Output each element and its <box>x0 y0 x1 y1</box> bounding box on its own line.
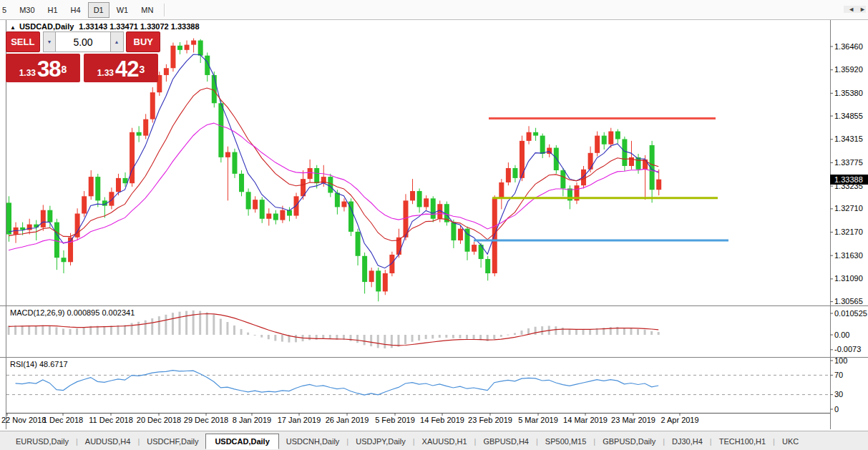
date-axis-label: 8 Jan 2019 <box>233 416 271 424</box>
ask-price-panel[interactable]: 1.33423 <box>84 54 158 82</box>
bid-price-big: 38 <box>37 58 60 80</box>
price-axis-label: 1.30565 <box>834 297 863 305</box>
price-axis-label: 1.32710 <box>834 204 863 212</box>
date-axis-label: 17 Jan 2019 <box>278 416 321 424</box>
volume-decrease-button[interactable]: ▼ <box>43 31 57 52</box>
bid-price-small: 1.33 <box>19 66 36 80</box>
date-axis-label: 14 Mar 2019 <box>563 416 608 424</box>
sell-button[interactable]: SELL <box>6 31 40 52</box>
price-axis-label: 1.34855 <box>834 112 863 120</box>
rsi-axis-label: 100 <box>834 356 847 365</box>
price-axis-label: 1.34315 <box>834 134 863 143</box>
buy-button[interactable]: BUY <box>126 31 160 52</box>
volume-increase-button[interactable]: ▲ <box>110 31 124 52</box>
rsi-axis-label: 0 <box>834 405 839 414</box>
rsi-label: RSI(14) 48.6717 <box>10 360 68 368</box>
price-axis-label: 1.32170 <box>834 228 863 236</box>
date-axis-label: 5 Mar 2019 <box>518 416 558 424</box>
ask-price-big: 42 <box>115 58 138 80</box>
volume-input[interactable]: 5.00 <box>56 31 109 52</box>
date-axis-label: 23 Mar 2019 <box>611 416 655 424</box>
macd-axis-label: 0.010525 <box>834 309 867 318</box>
rsi-axis-label: 30 <box>834 390 843 398</box>
symbol-period-label: USDCAD,Daily <box>19 22 74 31</box>
rsi-axis-label: 70 <box>834 371 843 379</box>
one-click-trade-panel: SELL ▼ 5.00 ▲ BUY 1.33388 1.33423 <box>6 31 160 82</box>
date-axis-label: 11 Dec 2018 <box>89 416 133 424</box>
price-axis-label: 1.31090 <box>834 274 863 283</box>
date-axis-label: 20 Dec 2018 <box>137 416 181 424</box>
price-axis-label: 1.36460 <box>834 42 863 51</box>
date-axis-label: 23 Feb 2019 <box>468 416 512 424</box>
date-axis-label: 29 Dec 2018 <box>184 416 228 424</box>
price-axis-label: 1.35920 <box>834 65 863 74</box>
mt4-terminal: 5M30H1H4D1W1MN ▲USDCAD,Daily1.33143 1.33… <box>0 0 868 450</box>
bid-price-panel[interactable]: 1.33388 <box>6 54 80 82</box>
date-axis-label: 14 Feb 2019 <box>420 416 464 424</box>
ask-price-sup: 3 <box>140 59 145 80</box>
tab-scroll-right-icon[interactable]: ► <box>859 6 866 13</box>
price-axis-label: 1.35380 <box>834 89 863 97</box>
date-axis-label: 5 Feb 2019 <box>375 416 415 424</box>
tab-scroll-arrows: ◄ ► <box>844 6 866 13</box>
bid-price-sup: 8 <box>62 59 67 80</box>
ohlc-values: 1.33143 1.33471 1.33072 1.33388 <box>79 22 199 31</box>
macd-axis-label: -0.0073 <box>834 345 861 353</box>
macd-label: MACD(12,26,9) 0.000895 0.002341 <box>10 308 135 317</box>
macd-axis-label: 0.00 <box>834 331 849 339</box>
chart-title: ▲USDCAD,Daily1.33143 1.33471 1.33072 1.3… <box>10 22 200 31</box>
tab-scroll-left-icon[interactable]: ◄ <box>848 6 854 13</box>
date-axis-label: 26 Jan 2019 <box>326 416 369 424</box>
date-axis-label: 22 Nov 2018 <box>1 416 46 424</box>
current-price-tag: 1.33388 <box>830 175 868 185</box>
date-axis-label: 1 Dec 2018 <box>43 416 83 424</box>
date-axis-label: 2 Apr 2019 <box>660 416 698 424</box>
collapse-icon[interactable]: ▲ <box>10 24 16 31</box>
price-axis-label: 1.33775 <box>834 158 863 167</box>
price-axis-label: 1.31630 <box>834 251 863 260</box>
ask-price-small: 1.33 <box>97 66 114 80</box>
